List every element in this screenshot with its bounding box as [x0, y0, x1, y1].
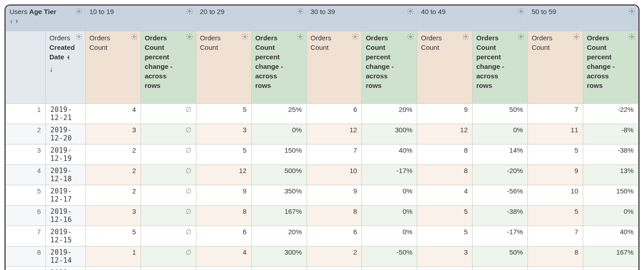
orders-count-cell[interactable]: ∅: [86, 267, 141, 270]
pct-change-cell[interactable]: -50%: [362, 246, 417, 267]
pct-change-cell[interactable]: 25%: [251, 104, 307, 124]
gear-icon[interactable]: [186, 33, 193, 40]
pct-change-cell[interactable]: 0%: [251, 124, 307, 145]
pct-change-cell[interactable]: ∅: [141, 145, 196, 165]
orders-count-cell[interactable]: 5: [196, 145, 251, 165]
orders-count-cell[interactable]: ∅: [307, 267, 362, 270]
gear-icon[interactable]: [75, 8, 83, 15]
gear-icon[interactable]: [186, 8, 193, 15]
pct-change-cell[interactable]: 40%: [362, 145, 417, 165]
orders-count-cell[interactable]: 5: [86, 226, 141, 246]
orders-count-cell[interactable]: 8: [528, 246, 583, 267]
sort-desc-icon[interactable]: ↓: [49, 64, 82, 74]
pivot-bucket-header[interactable]: 10 to 19: [86, 6, 196, 31]
pct-change-cell[interactable]: ∅: [141, 124, 196, 145]
pct-change-cell[interactable]: 167%: [251, 206, 307, 226]
orders-count-cell[interactable]: 10: [307, 165, 362, 185]
gear-icon[interactable]: [517, 8, 525, 15]
orders-count-cell[interactable]: 2: [86, 185, 141, 206]
pct-change-cell[interactable]: ∅: [141, 267, 196, 270]
orders-count-cell[interactable]: 8: [196, 206, 251, 226]
orders-count-header[interactable]: Orders Count: [196, 31, 251, 104]
orders-count-cell[interactable]: 9: [307, 185, 362, 206]
date-cell[interactable]: 2019-12-21: [46, 104, 86, 124]
orders-count-cell[interactable]: 7: [528, 104, 583, 124]
orders-count-cell[interactable]: 5: [528, 145, 583, 165]
pivot-bucket-header[interactable]: 20 to 29: [196, 6, 307, 31]
pct-change-cell[interactable]: 0%: [362, 185, 417, 206]
date-cell[interactable]: 2019-12-16: [46, 206, 86, 226]
date-cell[interactable]: 2019-12-19: [46, 145, 86, 165]
date-cell[interactable]: 2019-12-17: [46, 185, 86, 206]
orders-count-cell[interactable]: 3: [86, 124, 141, 145]
pct-change-cell[interactable]: 500%: [251, 165, 307, 185]
pct-change-cell[interactable]: 167%: [583, 246, 639, 267]
pct-change-cell[interactable]: -38%: [473, 206, 528, 226]
pct-change-cell[interactable]: 300%: [251, 246, 307, 267]
orders-count-cell[interactable]: 2: [86, 165, 141, 185]
orders-count-cell[interactable]: 7: [307, 145, 362, 165]
pct-change-cell[interactable]: 300%: [362, 124, 417, 145]
orders-count-cell[interactable]: 11: [528, 124, 583, 145]
date-column-header[interactable]: Orders Created Date ⫞ ↓: [46, 31, 86, 104]
orders-count-cell[interactable]: 10: [528, 185, 583, 206]
orders-count-cell[interactable]: 5: [417, 206, 473, 226]
orders-count-cell[interactable]: 4: [417, 185, 473, 206]
orders-count-cell[interactable]: 6: [196, 226, 251, 246]
orders-count-cell[interactable]: 7: [528, 226, 583, 246]
pct-change-cell[interactable]: -38%: [583, 145, 639, 165]
gear-icon[interactable]: [297, 8, 304, 15]
gear-icon[interactable]: [297, 33, 304, 40]
orders-count-cell[interactable]: 5: [528, 206, 583, 226]
pct-change-cell[interactable]: 0%: [583, 206, 639, 226]
orders-count-pct-change-header[interactable]: Orders Count percent change - across row…: [251, 31, 307, 104]
orders-count-pct-change-header[interactable]: Orders Count percent change - across row…: [141, 31, 196, 104]
date-cell[interactable]: 2019-12-13: [46, 267, 86, 270]
pct-change-cell[interactable]: 350%: [251, 185, 307, 206]
orders-count-cell[interactable]: 2: [196, 267, 251, 270]
orders-count-pct-change-header[interactable]: Orders Count percent change - across row…: [473, 31, 528, 104]
pct-change-cell[interactable]: 0%: [583, 267, 639, 270]
gear-icon[interactable]: [75, 33, 83, 40]
date-cell[interactable]: 2019-12-18: [46, 165, 86, 185]
orders-count-cell[interactable]: 2: [86, 145, 141, 165]
date-cell[interactable]: 2019-12-15: [46, 226, 86, 246]
gear-icon[interactable]: [241, 33, 249, 40]
orders-count-cell[interactable]: 12: [307, 124, 362, 145]
orders-count-cell[interactable]: 1: [528, 267, 583, 270]
orders-count-cell[interactable]: 5: [417, 226, 473, 246]
orders-count-cell[interactable]: 4: [86, 104, 141, 124]
pct-change-cell[interactable]: 0%: [362, 206, 417, 226]
orders-count-cell[interactable]: 1: [417, 267, 473, 270]
orders-count-cell[interactable]: 3: [417, 246, 473, 267]
pct-change-cell[interactable]: 50%: [473, 246, 528, 267]
orders-count-cell[interactable]: 12: [417, 124, 473, 145]
orders-count-cell[interactable]: 3: [196, 124, 251, 145]
gear-icon[interactable]: [628, 8, 635, 15]
pct-change-cell[interactable]: -22%: [583, 104, 639, 124]
pct-change-cell[interactable]: ∅: [473, 267, 528, 270]
gear-icon[interactable]: [517, 33, 525, 40]
pct-change-cell[interactable]: -56%: [473, 185, 528, 206]
pct-change-cell[interactable]: ∅: [251, 267, 307, 270]
pct-change-cell[interactable]: -17%: [473, 226, 528, 246]
orders-count-cell[interactable]: 9: [196, 185, 251, 206]
pct-change-cell[interactable]: 20%: [251, 226, 307, 246]
pct-change-cell[interactable]: 150%: [583, 185, 639, 206]
pct-change-cell[interactable]: 50%: [473, 104, 528, 124]
pct-change-cell[interactable]: ∅: [141, 165, 196, 185]
orders-count-cell[interactable]: 6: [307, 226, 362, 246]
pivot-bucket-header[interactable]: 40 to 49: [417, 6, 528, 31]
pct-change-cell[interactable]: ∅: [362, 267, 417, 270]
gear-icon[interactable]: [351, 33, 359, 40]
orders-count-cell[interactable]: 3: [86, 206, 141, 226]
date-cell[interactable]: 2019-12-20: [46, 124, 86, 145]
orders-count-header[interactable]: Orders Count: [86, 31, 141, 104]
pivot-bucket-header[interactable]: 50 to 59: [528, 6, 639, 31]
pct-change-cell[interactable]: 40%: [583, 226, 639, 246]
pct-change-cell[interactable]: -17%: [362, 165, 417, 185]
orders-count-header[interactable]: Orders Count: [528, 31, 583, 104]
orders-count-pct-change-header[interactable]: Orders Count percent change - across row…: [583, 31, 639, 104]
pct-change-cell[interactable]: -8%: [583, 124, 639, 145]
gear-icon[interactable]: [131, 33, 138, 40]
